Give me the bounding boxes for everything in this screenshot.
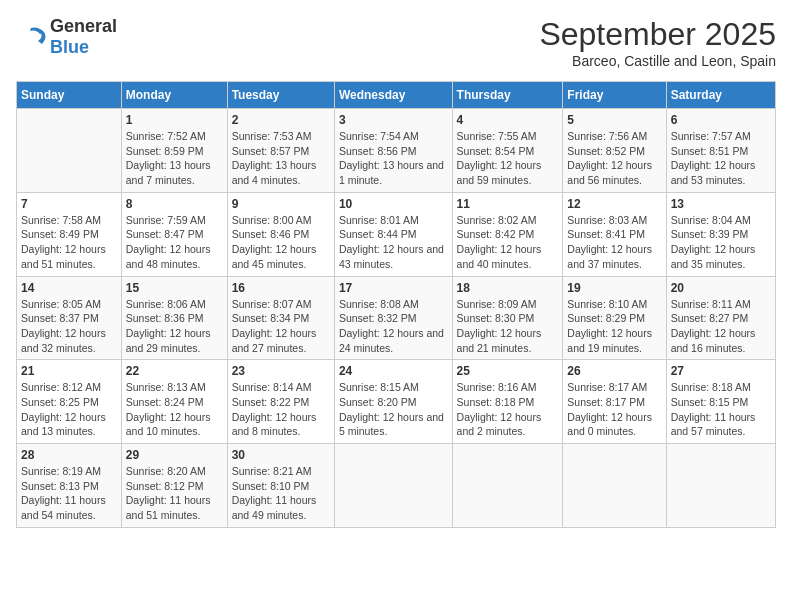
cell-week1-day5: 5Sunrise: 7:56 AMSunset: 8:52 PMDaylight… <box>563 109 666 193</box>
week-row-5: 28Sunrise: 8:19 AMSunset: 8:13 PMDayligh… <box>17 444 776 528</box>
cell-week1-day6: 6Sunrise: 7:57 AMSunset: 8:51 PMDaylight… <box>666 109 775 193</box>
cell-week2-day4: 11Sunrise: 8:02 AMSunset: 8:42 PMDayligh… <box>452 192 563 276</box>
cell-week5-day6 <box>666 444 775 528</box>
day-number: 8 <box>126 197 223 211</box>
day-info: Sunrise: 7:55 AMSunset: 8:54 PMDaylight:… <box>457 129 559 188</box>
day-info: Sunrise: 8:18 AMSunset: 8:15 PMDaylight:… <box>671 380 771 439</box>
header-row: Sunday Monday Tuesday Wednesday Thursday… <box>17 82 776 109</box>
day-info: Sunrise: 8:10 AMSunset: 8:29 PMDaylight:… <box>567 297 661 356</box>
logo-text: General Blue <box>50 16 117 58</box>
day-info: Sunrise: 8:08 AMSunset: 8:32 PMDaylight:… <box>339 297 448 356</box>
day-info: Sunrise: 8:15 AMSunset: 8:20 PMDaylight:… <box>339 380 448 439</box>
cell-week5-day3 <box>334 444 452 528</box>
logo-icon <box>16 26 46 48</box>
day-info: Sunrise: 7:52 AMSunset: 8:59 PMDaylight:… <box>126 129 223 188</box>
day-number: 24 <box>339 364 448 378</box>
day-info: Sunrise: 7:53 AMSunset: 8:57 PMDaylight:… <box>232 129 330 188</box>
day-number: 10 <box>339 197 448 211</box>
cell-week3-day5: 19Sunrise: 8:10 AMSunset: 8:29 PMDayligh… <box>563 276 666 360</box>
cell-week3-day3: 17Sunrise: 8:08 AMSunset: 8:32 PMDayligh… <box>334 276 452 360</box>
day-number: 22 <box>126 364 223 378</box>
title-block: September 2025 Barceo, Castille and Leon… <box>539 16 776 69</box>
day-number: 2 <box>232 113 330 127</box>
day-number: 23 <box>232 364 330 378</box>
week-row-4: 21Sunrise: 8:12 AMSunset: 8:25 PMDayligh… <box>17 360 776 444</box>
cell-week4-day5: 26Sunrise: 8:17 AMSunset: 8:17 PMDayligh… <box>563 360 666 444</box>
day-info: Sunrise: 7:56 AMSunset: 8:52 PMDaylight:… <box>567 129 661 188</box>
day-number: 14 <box>21 281 117 295</box>
day-number: 26 <box>567 364 661 378</box>
day-info: Sunrise: 8:21 AMSunset: 8:10 PMDaylight:… <box>232 464 330 523</box>
day-info: Sunrise: 8:11 AMSunset: 8:27 PMDaylight:… <box>671 297 771 356</box>
cell-week2-day6: 13Sunrise: 8:04 AMSunset: 8:39 PMDayligh… <box>666 192 775 276</box>
day-number: 4 <box>457 113 559 127</box>
page-header: General Blue September 2025 Barceo, Cast… <box>16 16 776 69</box>
day-number: 17 <box>339 281 448 295</box>
col-monday: Monday <box>121 82 227 109</box>
day-number: 5 <box>567 113 661 127</box>
day-number: 1 <box>126 113 223 127</box>
cell-week5-day2: 30Sunrise: 8:21 AMSunset: 8:10 PMDayligh… <box>227 444 334 528</box>
cell-week2-day3: 10Sunrise: 8:01 AMSunset: 8:44 PMDayligh… <box>334 192 452 276</box>
day-number: 25 <box>457 364 559 378</box>
day-number: 16 <box>232 281 330 295</box>
day-number: 3 <box>339 113 448 127</box>
col-tuesday: Tuesday <box>227 82 334 109</box>
logo-general: General <box>50 16 117 36</box>
day-info: Sunrise: 8:02 AMSunset: 8:42 PMDaylight:… <box>457 213 559 272</box>
day-number: 29 <box>126 448 223 462</box>
day-info: Sunrise: 8:06 AMSunset: 8:36 PMDaylight:… <box>126 297 223 356</box>
day-number: 21 <box>21 364 117 378</box>
day-number: 6 <box>671 113 771 127</box>
cell-week3-day1: 15Sunrise: 8:06 AMSunset: 8:36 PMDayligh… <box>121 276 227 360</box>
day-info: Sunrise: 8:05 AMSunset: 8:37 PMDaylight:… <box>21 297 117 356</box>
day-info: Sunrise: 7:58 AMSunset: 8:49 PMDaylight:… <box>21 213 117 272</box>
cell-week1-day4: 4Sunrise: 7:55 AMSunset: 8:54 PMDaylight… <box>452 109 563 193</box>
day-number: 9 <box>232 197 330 211</box>
calendar-subtitle: Barceo, Castille and Leon, Spain <box>539 53 776 69</box>
day-number: 28 <box>21 448 117 462</box>
day-info: Sunrise: 8:19 AMSunset: 8:13 PMDaylight:… <box>21 464 117 523</box>
col-friday: Friday <box>563 82 666 109</box>
col-saturday: Saturday <box>666 82 775 109</box>
cell-week4-day6: 27Sunrise: 8:18 AMSunset: 8:15 PMDayligh… <box>666 360 775 444</box>
cell-week3-day4: 18Sunrise: 8:09 AMSunset: 8:30 PMDayligh… <box>452 276 563 360</box>
cell-week1-day2: 2Sunrise: 7:53 AMSunset: 8:57 PMDaylight… <box>227 109 334 193</box>
day-info: Sunrise: 8:01 AMSunset: 8:44 PMDaylight:… <box>339 213 448 272</box>
day-info: Sunrise: 8:16 AMSunset: 8:18 PMDaylight:… <box>457 380 559 439</box>
cell-week5-day5 <box>563 444 666 528</box>
day-number: 19 <box>567 281 661 295</box>
day-number: 11 <box>457 197 559 211</box>
cell-week2-day0: 7Sunrise: 7:58 AMSunset: 8:49 PMDaylight… <box>17 192 122 276</box>
day-number: 7 <box>21 197 117 211</box>
cell-week4-day0: 21Sunrise: 8:12 AMSunset: 8:25 PMDayligh… <box>17 360 122 444</box>
week-row-3: 14Sunrise: 8:05 AMSunset: 8:37 PMDayligh… <box>17 276 776 360</box>
cell-week2-day1: 8Sunrise: 7:59 AMSunset: 8:47 PMDaylight… <box>121 192 227 276</box>
cell-week4-day4: 25Sunrise: 8:16 AMSunset: 8:18 PMDayligh… <box>452 360 563 444</box>
cell-week4-day3: 24Sunrise: 8:15 AMSunset: 8:20 PMDayligh… <box>334 360 452 444</box>
calendar-table: Sunday Monday Tuesday Wednesday Thursday… <box>16 81 776 528</box>
day-info: Sunrise: 7:54 AMSunset: 8:56 PMDaylight:… <box>339 129 448 188</box>
day-info: Sunrise: 8:14 AMSunset: 8:22 PMDaylight:… <box>232 380 330 439</box>
day-info: Sunrise: 8:00 AMSunset: 8:46 PMDaylight:… <box>232 213 330 272</box>
day-number: 27 <box>671 364 771 378</box>
logo-blue: Blue <box>50 37 89 57</box>
day-info: Sunrise: 8:20 AMSunset: 8:12 PMDaylight:… <box>126 464 223 523</box>
col-wednesday: Wednesday <box>334 82 452 109</box>
day-info: Sunrise: 8:09 AMSunset: 8:30 PMDaylight:… <box>457 297 559 356</box>
col-thursday: Thursday <box>452 82 563 109</box>
day-number: 15 <box>126 281 223 295</box>
day-number: 13 <box>671 197 771 211</box>
day-number: 18 <box>457 281 559 295</box>
week-row-2: 7Sunrise: 7:58 AMSunset: 8:49 PMDaylight… <box>17 192 776 276</box>
cell-week3-day0: 14Sunrise: 8:05 AMSunset: 8:37 PMDayligh… <box>17 276 122 360</box>
cell-week1-day3: 3Sunrise: 7:54 AMSunset: 8:56 PMDaylight… <box>334 109 452 193</box>
cell-week2-day5: 12Sunrise: 8:03 AMSunset: 8:41 PMDayligh… <box>563 192 666 276</box>
cell-week4-day2: 23Sunrise: 8:14 AMSunset: 8:22 PMDayligh… <box>227 360 334 444</box>
cell-week3-day2: 16Sunrise: 8:07 AMSunset: 8:34 PMDayligh… <box>227 276 334 360</box>
day-info: Sunrise: 8:12 AMSunset: 8:25 PMDaylight:… <box>21 380 117 439</box>
day-info: Sunrise: 8:04 AMSunset: 8:39 PMDaylight:… <box>671 213 771 272</box>
week-row-1: 1Sunrise: 7:52 AMSunset: 8:59 PMDaylight… <box>17 109 776 193</box>
cell-week2-day2: 9Sunrise: 8:00 AMSunset: 8:46 PMDaylight… <box>227 192 334 276</box>
cell-week1-day0 <box>17 109 122 193</box>
